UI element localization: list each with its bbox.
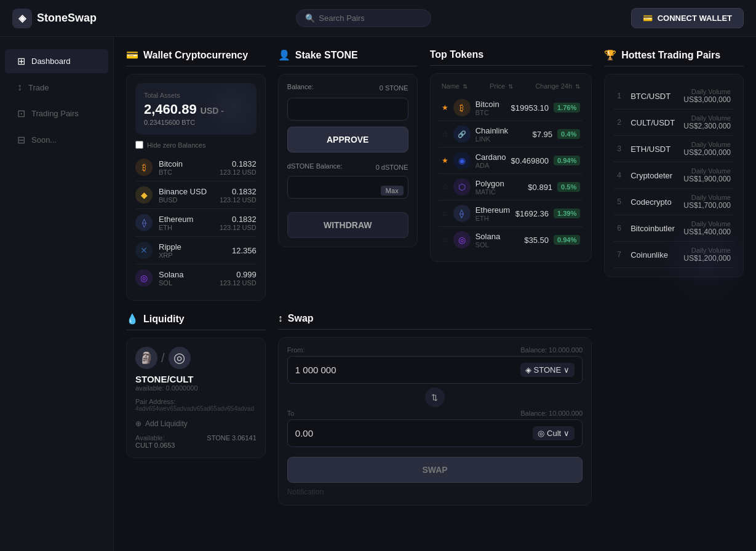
matic-token-icon: ⬡	[453, 178, 471, 196]
to-token-select[interactable]: ◎ Cult ∨	[533, 426, 575, 440]
to-balance: Balance: 10.000.000	[520, 410, 583, 417]
liq-stone-val: STONE 3.06141	[207, 434, 257, 442]
topnav: ◈ StoneSwap 🔍 💳 CONNECT WALLET	[0, 0, 756, 37]
pair-address-label: Pair Address:	[135, 398, 257, 405]
stake-input[interactable]	[287, 98, 408, 121]
sol-token-info: Solana SOL	[475, 232, 500, 248]
connect-wallet-label: CONNECT WALLET	[658, 14, 732, 23]
add-liquidity-button[interactable]: ⊕ Add Liquidity	[135, 419, 257, 428]
pair-slash: /	[161, 351, 165, 365]
btc-price: $19953.10	[504, 103, 549, 113]
trade-icon: ↕	[17, 82, 22, 93]
from-token-select[interactable]: ◈ STONE ∨	[520, 363, 575, 377]
header-price: Price ⇅	[490, 82, 513, 90]
hottest-card: 1 BTC/USDT Daily Volume US$3,000,000 2 C…	[604, 74, 744, 277]
ada-change: 0.94%	[554, 156, 580, 165]
app-body: ⊞ Dashboard ↕ Trade ⊡ Trading Pairs ⊟ So…	[0, 37, 756, 551]
liquidity-section: 💧 Liquidity 🗿 / ◎ STONE/CULT available: …	[126, 313, 266, 505]
max-button[interactable]: Max	[381, 186, 404, 196]
dstone-value: 0 dSTONE	[376, 164, 408, 171]
sidebar: ⊞ Dashboard ↕ Trade ⊡ Trading Pairs ⊟ So…	[0, 37, 114, 551]
token-row-link: ☆ 🔗 Chainlink LINK $7.95 0.4%	[439, 121, 583, 148]
sol-change: 0.94%	[554, 235, 580, 245]
change-sort-icon: ⇅	[575, 83, 580, 90]
link-token-info: Chainlink LINK	[475, 126, 508, 143]
swap-icon: ↕	[278, 313, 283, 324]
hide-zero-row: Hide zero Balances	[135, 141, 257, 149]
eth-icon: ⟠	[135, 214, 153, 231]
hottest-icon: 🏆	[604, 49, 616, 61]
dashboard-icon: ⊞	[17, 55, 25, 67]
liq-available-row: Available: CULT 0.0653 STONE 3.06141	[135, 434, 257, 449]
pair-row-1: 1 BTC/USDT Daily Volume US$3,000,000	[613, 83, 734, 109]
wallet-section-icon: 💳	[126, 49, 138, 61]
star-link[interactable]: ☆	[442, 130, 448, 138]
swap-direction-button[interactable]: ⇅	[425, 387, 445, 407]
to-amount: 0.00	[295, 428, 313, 438]
sidebar-item-trading-pairs[interactable]: ⊡ Trading Pairs	[5, 101, 108, 125]
connect-wallet-button[interactable]: 💳 CONNECT WALLET	[631, 8, 744, 28]
from-token-label: STONE	[534, 365, 562, 375]
stake-card: Balance: 0 STONE APPROVE dSTONE Balance:…	[278, 74, 418, 247]
stake-section: 👤 Stake STONE Balance: 0 STONE APPROVE d…	[278, 49, 418, 301]
soon-icon: ⊟	[17, 134, 25, 146]
sidebar-label-trade: Trade	[28, 83, 49, 92]
swap-button[interactable]: SWAP	[287, 457, 583, 483]
sidebar-item-trade[interactable]: ↕ Trade	[5, 76, 108, 99]
eth-price: $1692.36	[515, 209, 549, 218]
token-row-sol: ☆ ◎ Solana SOL $35.50 0.94%	[439, 227, 583, 253]
add-liquidity-icon: ⊕	[135, 419, 141, 428]
swap-from-input-row: 1 000 000 ◈ STONE ∨	[287, 356, 583, 384]
btc-change: 1.76%	[554, 103, 580, 113]
stone-pair-icon: 🗿	[135, 347, 157, 369]
pair-row-2: 2 CULT/USDT Daily Volume US$2,300,000	[613, 109, 734, 136]
approve-button[interactable]: APPROVE	[287, 127, 408, 153]
link-change: 0.4%	[557, 129, 580, 139]
chevron-down-icon: ∨	[563, 365, 570, 375]
hide-zero-checkbox[interactable]	[135, 141, 143, 149]
from-balance: Balance: 10.000.000	[520, 346, 583, 354]
pair-address: 4adv654wev65advadv65ad65adv654advad	[135, 405, 257, 412]
sidebar-item-dashboard[interactable]: ⊞ Dashboard	[5, 49, 108, 73]
wallet-asset-xrp: ✕ Ripple XRP 12.356	[135, 237, 257, 264]
search-bar[interactable]: 🔍	[296, 9, 431, 27]
token-row-btc: ★ ₿ Bitcoin BTC $19953.10 1.76%	[439, 95, 583, 121]
btc-amount: 0.1832 123.12 USD	[220, 159, 257, 176]
hottest-title-text: Hottest Trading Pairs	[621, 50, 720, 61]
wallet-section-title: 💳 Wallet Cryptocurrency	[126, 49, 266, 66]
balance-label: Balance:	[287, 83, 314, 90]
logo-symbol: ◈	[18, 12, 26, 24]
header-change: Change 24h ⇅	[535, 82, 580, 90]
liquidity-section-title: 💧 Liquidity	[126, 313, 266, 330]
star-matic[interactable]: ☆	[442, 183, 448, 191]
trading-pairs-icon: ⊡	[17, 108, 25, 119]
matic-change: 0.5%	[557, 182, 580, 192]
main-content: 💳 Wallet Cryptocurrency Total Assets 2,4…	[114, 37, 756, 551]
sol-token-icon: ◎	[453, 231, 471, 248]
star-btc[interactable]: ★	[442, 103, 448, 112]
balance-value: 0 STONE	[380, 84, 408, 92]
btc-token-info: Bitcoin BTC	[475, 100, 499, 116]
tokens-section: Top Tokens Name ⇅ Price ⇅ Change 24h ⇅	[430, 49, 592, 301]
header-name: Name ⇅	[442, 82, 468, 90]
wallet-asset-btc: ₿ Bitcoin BTC 0.1832 123.12 USD	[135, 154, 257, 181]
star-ada[interactable]: ★	[442, 156, 448, 165]
sidebar-item-soon[interactable]: ⊟ Soon...	[5, 128, 108, 152]
star-eth[interactable]: ☆	[442, 209, 448, 218]
hottest-section-title: 🏆 Hottest Trading Pairs	[604, 49, 744, 66]
eth-token-info: Ethereum ETH	[475, 205, 510, 222]
ada-price: $0.469800	[511, 156, 549, 165]
pair-available: available: 0.0000000	[135, 384, 257, 392]
pair-row-5: 5 Codecrypto Daily Volume US$1,700,000	[613, 189, 734, 215]
sol-price: $35.50	[505, 236, 549, 245]
name-sort-icon: ⇅	[463, 83, 468, 90]
search-input[interactable]	[319, 14, 422, 23]
withdraw-button[interactable]: WITHDRAW	[287, 212, 408, 238]
wallet-asset-busd: ◆ Binance USD BUSD 0.1832 123.12 USD	[135, 181, 257, 209]
liquidity-title-text: Liquidity	[143, 314, 185, 325]
wallet-header: Total Assets 2,460.89 USD - 0.23415600 B…	[135, 83, 257, 135]
star-sol[interactable]: ☆	[442, 236, 448, 244]
hide-zero-label: Hide zero Balances	[147, 141, 205, 149]
eth-name: Ethereum ETH	[159, 215, 213, 231]
stone-icon: ◈	[525, 365, 531, 375]
